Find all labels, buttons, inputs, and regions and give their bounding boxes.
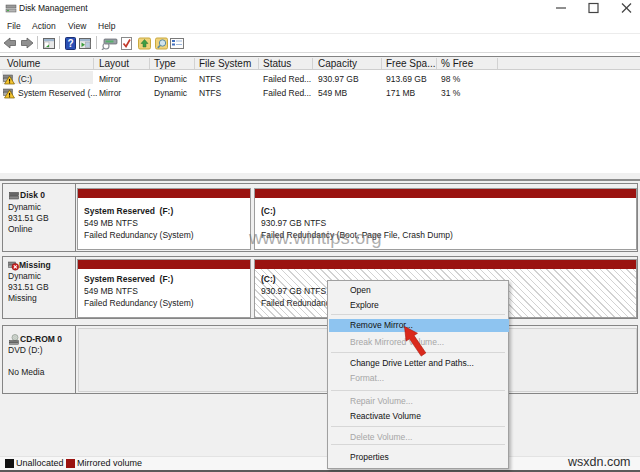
- svg-text:?: ?: [67, 38, 73, 49]
